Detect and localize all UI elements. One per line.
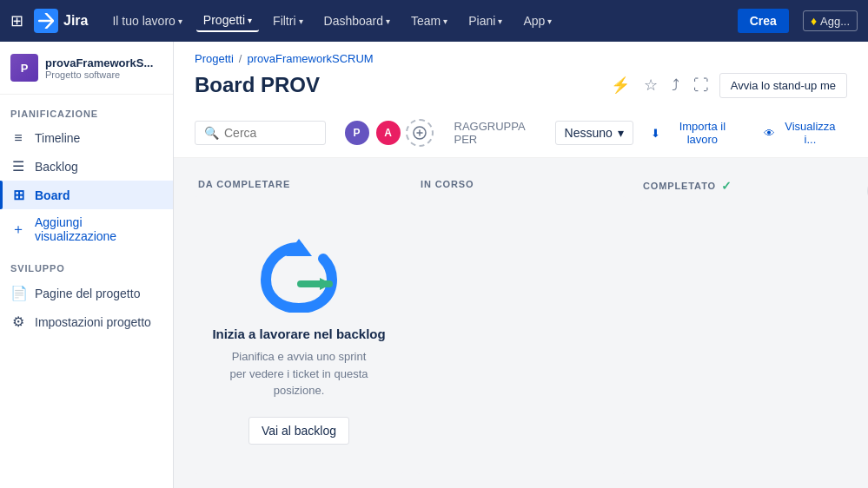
- sidebar-item-backlog[interactable]: ☰ Backlog: [0, 152, 173, 181]
- column-in-corso: IN CORSO: [417, 172, 626, 474]
- empty-state-icon: [255, 234, 342, 313]
- group-value: Nessuno: [565, 126, 613, 140]
- search-box[interactable]: 🔍: [195, 121, 326, 145]
- import-button[interactable]: ⬇ Importa il lavoro: [644, 115, 746, 150]
- visualize-button[interactable]: 👁 Visualizza i...: [757, 115, 847, 150]
- sidebar-item-timeline[interactable]: ≡ Timeline: [0, 124, 173, 152]
- top-navigation: ⊞ Jira Il tuo lavoro ▾ Progetti ▾ Filtri…: [0, 0, 868, 42]
- breadcrumb-project-name[interactable]: provaFrameworkSCRUM: [247, 52, 373, 65]
- nav-dashboard[interactable]: Dashboard ▾: [317, 10, 398, 31]
- column-body-completato[interactable]: [639, 200, 848, 474]
- agile-badge[interactable]: ♦ Agg...: [803, 10, 858, 31]
- eye-icon: 👁: [764, 127, 775, 140]
- sidebar-item-settings[interactable]: ⚙ Impostazioni progetto: [0, 307, 173, 336]
- chevron-icon: ▾: [547, 16, 552, 26]
- avatar-2[interactable]: A: [374, 119, 402, 147]
- project-type: Progetto software: [45, 69, 153, 80]
- empty-state-description: Pianifica e avvia uno sprintper vedere i…: [230, 348, 368, 399]
- search-input[interactable]: [224, 126, 316, 140]
- page-title: Board PROV: [195, 73, 320, 97]
- project-name: provaFrameworkS...: [45, 56, 153, 69]
- group-by-select[interactable]: Nessuno ▾: [555, 121, 633, 145]
- nav-app[interactable]: App ▾: [516, 10, 559, 31]
- settings-icon: ⚙: [10, 313, 26, 330]
- chevron-icon: ▾: [299, 16, 303, 26]
- import-icon: ⬇: [651, 127, 660, 140]
- column-body-in-corso[interactable]: [417, 196, 626, 474]
- plus-icon: ＋: [10, 221, 26, 239]
- avatar-1[interactable]: P: [343, 119, 371, 147]
- star-button[interactable]: ☆: [640, 72, 661, 98]
- jira-logo[interactable]: Jira: [34, 9, 88, 33]
- fullscreen-button[interactable]: ⛶: [690, 73, 712, 98]
- empty-state-title: Inizia a lavorare nel backlog: [212, 326, 385, 341]
- main-content: Progetti / provaFrameworkSCRUM Board PRO…: [174, 42, 868, 488]
- share-button[interactable]: ⤴: [668, 73, 683, 98]
- search-icon: 🔍: [204, 126, 219, 140]
- sidebar-add-view[interactable]: ＋ Aggiungi visualizzazione: [0, 209, 173, 249]
- breadcrumb-projects[interactable]: Progetti: [195, 52, 234, 65]
- app-body: P provaFrameworkS... Progetto software P…: [0, 42, 868, 488]
- column-header-completato: COMPLETATO ✓: [639, 172, 848, 200]
- empty-state: Inizia a lavorare nel backlog Pianifica …: [195, 200, 403, 479]
- board-icon: ⊞: [10, 187, 26, 203]
- jira-logo-icon: [34, 9, 58, 33]
- project-avatar: P: [10, 54, 38, 82]
- nav-piani[interactable]: Piani ▾: [461, 10, 509, 31]
- chevron-down-icon: ▾: [618, 126, 624, 140]
- nav-il-tuo-lavoro[interactable]: Il tuo lavoro ▾: [105, 10, 189, 31]
- chevron-icon: ▾: [386, 16, 390, 26]
- nav-filtri[interactable]: Filtri ▾: [266, 10, 309, 31]
- jira-logo-text: Jira: [63, 13, 88, 29]
- nav-team[interactable]: Team ▾: [404, 10, 454, 31]
- standup-button[interactable]: Avvia lo stand-up me: [719, 73, 847, 98]
- backlog-icon: ☰: [10, 158, 26, 175]
- project-header[interactable]: P provaFrameworkS... Progetto software: [0, 42, 173, 95]
- column-completato: COMPLETATO ✓: [639, 172, 848, 474]
- go-to-backlog-button[interactable]: Vai al backlog: [248, 417, 349, 445]
- lightning-button[interactable]: ⚡: [607, 72, 633, 98]
- timeline-icon: ≡: [10, 130, 26, 146]
- sidebar-item-board[interactable]: ⊞ Board: [0, 181, 173, 209]
- check-icon: ✓: [721, 179, 732, 193]
- board-toolbar: 🔍 P A RAGGRUPPA PER Nessuno ▾: [174, 109, 868, 158]
- chevron-icon: ▾: [443, 16, 447, 26]
- chevron-icon: ▾: [498, 16, 502, 26]
- nav-progetti[interactable]: Progetti ▾: [196, 10, 259, 32]
- project-info: provaFrameworkS... Progetto software: [45, 56, 153, 80]
- page-icon: 📄: [10, 285, 26, 301]
- column-body-da-completare[interactable]: Inizia a lavorare nel backlog Pianifica …: [195, 196, 403, 474]
- header-actions: ⚡ ☆ ⤴ ⛶ Avvia lo stand-up me: [607, 72, 847, 98]
- add-column-area: +: [862, 172, 868, 474]
- column-da-completare: DA COMPLETARE: [195, 172, 403, 474]
- sidebar: P provaFrameworkS... Progetto software P…: [0, 42, 174, 488]
- standup-label: Avvia lo stand-up me: [731, 79, 836, 92]
- board-area: DA COMPLETARE: [174, 158, 868, 488]
- avatars-group: P A: [343, 119, 434, 147]
- breadcrumb-separator: /: [239, 52, 242, 65]
- sidebar-item-pages[interactable]: 📄 Pagine del progetto: [0, 279, 173, 307]
- chevron-icon: ▾: [178, 16, 182, 26]
- grid-icon[interactable]: ⊞: [10, 11, 23, 30]
- breadcrumb: Progetti / provaFrameworkSCRUM: [174, 42, 868, 69]
- add-avatar-button[interactable]: [406, 119, 434, 147]
- group-by-label: RAGGRUPPA PER: [454, 120, 545, 146]
- section-planning-label: PIANIFICAZIONE: [0, 95, 173, 124]
- page-header: Board PROV ⚡ ☆ ⤴ ⛶ Avvia lo stand-up me: [174, 69, 868, 109]
- column-header-da-completare: DA COMPLETARE: [195, 172, 403, 196]
- create-button[interactable]: Crea: [738, 9, 789, 33]
- chevron-icon: ▾: [248, 16, 252, 25]
- section-dev-label: SVILUPPO: [0, 249, 173, 279]
- column-header-in-corso: IN CORSO: [417, 172, 626, 196]
